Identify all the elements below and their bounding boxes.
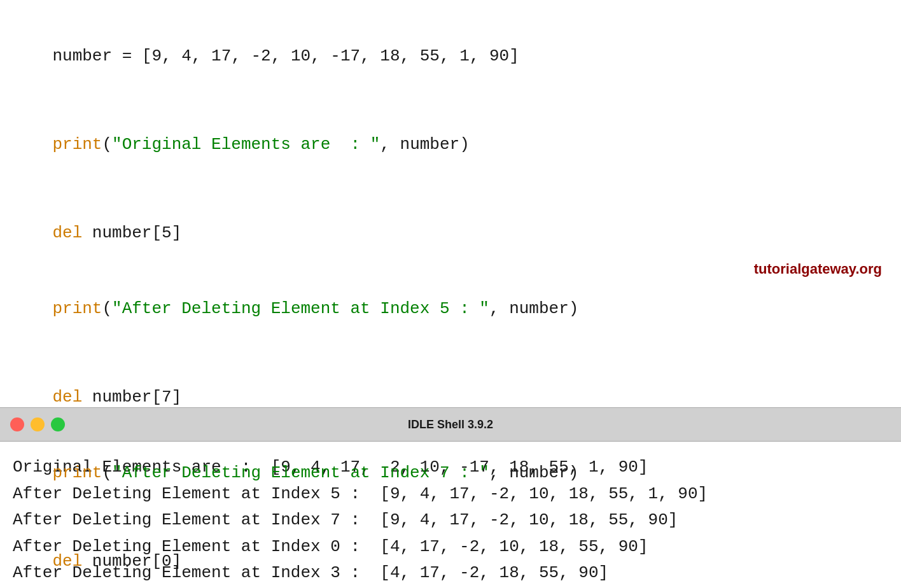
code-line-1: number = [9, 4, 17, -2, 10, -17, 18, 55,… <box>13 19 888 94</box>
print-keyword: print <box>52 299 102 318</box>
code-line-4: print("After Deleting Element at Index 5… <box>13 272 888 346</box>
string-literal: "After Deleting Element at Index 7 : " <box>112 463 489 482</box>
code-args: , number) <box>380 135 469 154</box>
shell-title: IDLE Shell 3.9.2 <box>408 418 493 431</box>
code-paren: ( <box>102 299 112 318</box>
minimize-button[interactable] <box>31 417 45 431</box>
code-args: , number) <box>489 299 578 318</box>
close-button[interactable] <box>10 417 24 431</box>
shell-titlebar: IDLE Shell 3.9.2 <box>0 407 901 442</box>
code-text: number[0] <box>82 552 181 571</box>
blank-line <box>13 512 888 524</box>
code-text: number[5] <box>82 223 181 242</box>
string-literal: "Original Elements are : " <box>112 135 380 154</box>
print-keyword: print <box>52 463 102 482</box>
print-keyword: print <box>52 135 102 154</box>
del-keyword: del <box>52 388 82 407</box>
code-text: number = [9, 4, 17, -2, 10, -17, 18, 55,… <box>52 46 519 66</box>
code-text: number[7] <box>82 388 181 407</box>
blank-line <box>13 347 888 360</box>
watermark: tutorialgateway.org <box>754 261 882 277</box>
del-keyword: del <box>52 223 82 242</box>
code-line-7: del number[0] <box>13 524 888 588</box>
code-line-3: del number[5] <box>13 196 888 270</box>
code-line-2: print("Original Elements are : ", number… <box>13 108 888 182</box>
blank-line <box>13 95 888 108</box>
code-args: , number) <box>489 463 578 482</box>
maximize-button[interactable] <box>51 417 65 431</box>
traffic-lights <box>10 417 65 431</box>
code-paren: ( <box>102 135 112 154</box>
blank-line <box>13 183 888 196</box>
code-paren: ( <box>102 463 112 482</box>
editor-panel: number = [9, 4, 17, -2, 10, -17, 18, 55,… <box>0 0 901 407</box>
string-literal: "After Deleting Element at Index 5 : " <box>112 299 489 318</box>
code-line-6: print("After Deleting Element at Index 7… <box>13 436 888 510</box>
del-keyword: del <box>52 552 82 571</box>
